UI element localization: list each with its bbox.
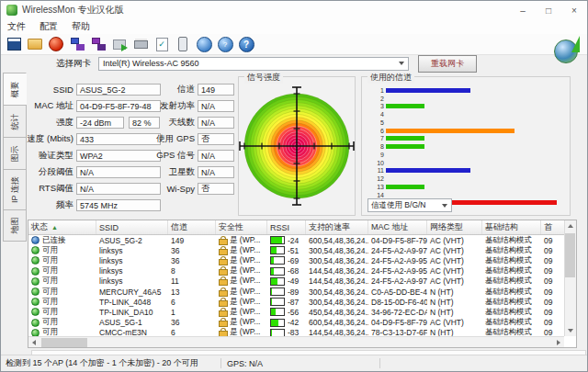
security-text: 是 (WP... xyxy=(230,297,260,308)
rssi-bar-icon xyxy=(270,267,285,276)
rssi-cell: -56 xyxy=(267,308,306,317)
rates-cell: 144,54,48,36,24... xyxy=(306,276,368,286)
network-pair-blue-icon[interactable] xyxy=(69,37,85,52)
rssi-cell: -51 xyxy=(267,246,306,255)
save-icon[interactable] xyxy=(6,37,22,52)
status-text: 可用 xyxy=(42,276,58,287)
column-header-1[interactable]: SSID xyxy=(96,220,168,234)
channel-mode-value: 信道使用 B/G/N xyxy=(371,200,426,211)
network-type-cell: AC (VHT) xyxy=(427,246,482,255)
ap-row[interactable]: 可用MERCURY_46A513是 (WP...-89300,54,48,36,… xyxy=(28,287,576,297)
ssid-cell: linksys xyxy=(96,266,168,276)
channel-label: 5 xyxy=(366,119,384,126)
column-header-8[interactable]: 基础结构 xyxy=(482,220,541,234)
channel-label: 3 xyxy=(366,103,384,109)
globe-icon[interactable] xyxy=(196,37,212,52)
first-seen-cell: 09 xyxy=(541,236,566,245)
menu-item-file[interactable]: 文件 xyxy=(7,20,26,33)
checklist-icon[interactable] xyxy=(153,37,170,52)
first-seen-cell: 09 xyxy=(541,256,566,265)
status-cell: 可用 xyxy=(28,255,96,266)
channel-cell: 1 xyxy=(168,308,216,317)
help-icon[interactable] xyxy=(238,37,254,52)
network-pair-purple-icon[interactable] xyxy=(90,37,107,52)
menu-item-help[interactable]: 帮助 xyxy=(72,20,90,33)
rssi-value: -49 xyxy=(288,276,299,286)
column-header-3[interactable]: 安全性 xyxy=(216,220,267,234)
printer-icon[interactable] xyxy=(132,37,149,52)
vertical-scrollbar-thumb[interactable] xyxy=(565,233,575,277)
table-header: 状态▲SSID信道安全性RSSI支持的速率MAC 地址网络类型基础结构首 xyxy=(28,220,576,235)
channel-bar-track xyxy=(386,120,562,125)
channel-mode-select[interactable]: 信道使用 B/G/N xyxy=(368,198,452,212)
column-header-4[interactable]: RSSI xyxy=(267,220,306,234)
column-header-9[interactable]: 首 xyxy=(541,220,566,234)
ap-row[interactable]: 可用linksys8是 (WP...-68144,54,48,36,24...2… xyxy=(28,266,576,276)
titlebar: WirelessMon 专业汉化版 – □ × xyxy=(1,1,587,20)
column-header-label: 支持的速率 xyxy=(309,221,350,233)
rssi-cell: -87 xyxy=(267,298,306,307)
channel-bar xyxy=(386,185,424,189)
column-header-5[interactable]: 支持的速率 xyxy=(306,220,368,234)
security-text: 是 (WP... xyxy=(230,265,260,276)
field-value: 否 xyxy=(198,183,234,195)
ap-row[interactable]: 可用linksys11是 (WP...-49144,54,48,36,24...… xyxy=(28,276,576,287)
maximize-button[interactable]: □ xyxy=(536,1,561,19)
channel-label: 12 xyxy=(366,175,384,182)
ap-row[interactable]: 可用linksys36是 (WP...-69300,54,48,36,24...… xyxy=(28,255,576,265)
channel-row: 11 xyxy=(366,167,562,175)
stop-record-icon[interactable] xyxy=(48,37,64,52)
field-label: 卫星数 xyxy=(132,166,195,178)
export-green-arrow-icon[interactable] xyxy=(111,37,128,52)
close-button[interactable]: × xyxy=(561,1,587,19)
rssi-bar-icon xyxy=(270,236,285,244)
minimize-button[interactable]: – xyxy=(510,1,536,19)
vertical-scrollbar[interactable] xyxy=(564,220,576,336)
channel-row: 3 xyxy=(366,103,562,111)
security-text: 是 (WP... xyxy=(230,317,260,328)
available-status-icon xyxy=(31,308,40,316)
reload-adapter-button[interactable]: 重载网卡 xyxy=(418,55,477,73)
available-status-icon xyxy=(31,298,40,306)
ap-row[interactable]: 可用TP-LINK_40486是 (WP...-87300,54,48,36,2… xyxy=(28,297,576,307)
horizontal-scrollbar-thumb[interactable] xyxy=(41,338,87,347)
scroll-up-icon[interactable] xyxy=(565,220,576,231)
globe-question-icon[interactable] xyxy=(217,37,233,52)
column-header-2[interactable]: 信道 xyxy=(168,220,216,234)
mobile-device-icon[interactable] xyxy=(175,37,191,52)
ssid-cell: TP-LINK_4048 xyxy=(96,298,168,307)
channel-label: 10 xyxy=(366,160,384,166)
column-header-0[interactable]: 状态▲ xyxy=(28,220,96,234)
field-row: GPS 信号N/A xyxy=(132,150,239,162)
channel-label: 8 xyxy=(366,143,384,150)
rssi-bar-fill xyxy=(271,247,277,254)
scroll-right-icon[interactable] xyxy=(553,337,564,348)
field-value: 否 xyxy=(198,133,234,145)
channel-cell: 149 xyxy=(168,236,216,245)
ap-row[interactable]: 可用TP-LINK_DA101是 (WP...-56450,54,48,36,2… xyxy=(28,307,576,317)
infrastructure-cell: 基础结构模式 xyxy=(482,307,541,318)
ap-row[interactable]: 可用ASUS_5G-136是 (WP...-42600,54,48,36,24.… xyxy=(28,318,576,328)
column-header-7[interactable]: 网络类型 xyxy=(427,220,482,234)
adapter-select[interactable]: Intel(R) Wireless-AC 9560 xyxy=(98,57,409,71)
security-cell: 是 (WP... xyxy=(216,307,267,318)
scroll-down-icon[interactable] xyxy=(565,325,576,336)
menu-item-config[interactable]: 配置 xyxy=(40,20,58,33)
column-header-6[interactable]: MAC 地址 xyxy=(368,220,427,234)
rates-cell: 600,54,48,36,24... xyxy=(306,318,368,327)
channel-bar-track xyxy=(386,129,562,133)
status-text: 可用 xyxy=(42,297,58,308)
network-type-cell: AC (VHT) xyxy=(427,318,482,327)
mac-cell: 24-F5-A2-A9-97... xyxy=(368,276,427,286)
channel-row: 2 xyxy=(366,95,562,103)
ap-row[interactable]: 可用linksys36是 (WP...-51300,54,48,36,24...… xyxy=(28,245,576,255)
channel-bar-track xyxy=(386,144,562,149)
scroll-left-icon[interactable] xyxy=(28,337,40,348)
toolbar xyxy=(1,34,587,55)
horizontal-scrollbar[interactable] xyxy=(28,336,564,347)
channel-bar-track xyxy=(386,96,562,101)
available-status-icon xyxy=(31,319,40,327)
ap-row[interactable]: 已连接ASUS_5G-2149是 (WP...-24600,54,48,36,2… xyxy=(28,235,576,245)
lock-icon xyxy=(219,236,227,245)
open-folder-icon[interactable] xyxy=(27,37,43,52)
